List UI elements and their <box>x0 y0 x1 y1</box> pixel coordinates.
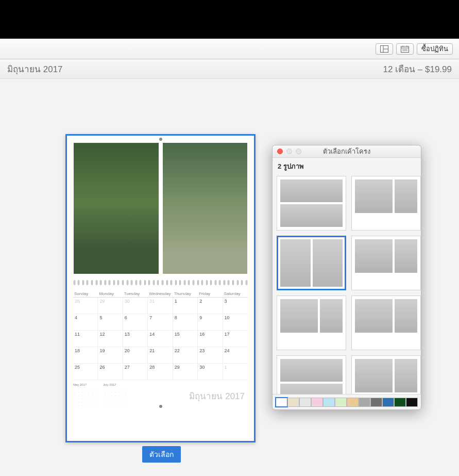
layout-template-4[interactable] <box>351 236 421 290</box>
calendar-cell[interactable]: 13 <box>123 331 148 347</box>
day-header: Sunday <box>73 290 98 297</box>
color-swatch[interactable] <box>311 398 323 407</box>
day-header: Saturday <box>223 290 248 297</box>
calendar-cell[interactable]: 16 <box>198 331 223 347</box>
calendar-settings-button[interactable] <box>396 43 414 55</box>
calendar-cell[interactable]: 15 <box>173 331 198 347</box>
calendar-cell[interactable]: 1 <box>223 364 248 380</box>
calendar-cell[interactable]: 26 <box>98 364 123 380</box>
calendar-dates-grid: 2829303112345678910111213141516171819202… <box>73 298 248 380</box>
layout-template-1[interactable] <box>277 176 346 231</box>
page-hole-bottom <box>159 405 162 408</box>
color-swatch[interactable] <box>394 398 406 407</box>
calendar-page-photos <box>67 136 254 279</box>
color-swatch[interactable] <box>406 398 418 407</box>
layout-options-panel: ตัวเลือกเค้าโครง 2 รูปภาพ <box>272 145 421 410</box>
calendar-cell[interactable]: 25 <box>73 364 98 380</box>
calendar-cell[interactable]: 9 <box>198 314 223 331</box>
info-bar: มิถุนายน 2017 12 เดือน – $19.99 <box>0 59 459 79</box>
calendar-cell[interactable]: 8 <box>173 314 198 331</box>
layout-template-2[interactable] <box>351 176 421 231</box>
calendar-cell[interactable]: 10 <box>223 314 248 331</box>
calendar-cell[interactable]: 2 <box>198 298 223 314</box>
layout-template-6[interactable] <box>351 296 421 350</box>
calendar-cell[interactable]: 30 <box>198 364 223 380</box>
color-swatch[interactable] <box>370 398 382 407</box>
panel-subtitle: 2 รูปภาพ <box>273 158 421 174</box>
calendar-cell[interactable]: 27 <box>123 364 148 380</box>
panel-title: ตัวเลือกเค้าโครง <box>273 146 421 157</box>
callout-pointer <box>359 14 360 39</box>
calendar-cell[interactable]: 4 <box>73 314 98 331</box>
calendar-photo-1[interactable] <box>74 143 159 274</box>
layout-template-7[interactable] <box>277 355 346 394</box>
calendar-cell[interactable]: 29 <box>173 364 198 380</box>
layout-icon <box>380 45 388 53</box>
calendar-cell[interactable]: 3 <box>223 298 248 314</box>
calendar-cell[interactable]: 1 <box>173 298 198 314</box>
color-swatch[interactable] <box>299 398 311 407</box>
current-month-title: มิถุนายน 2017 <box>7 62 63 76</box>
mini-month: May 2017································… <box>73 383 98 407</box>
calendar-cell[interactable]: 18 <box>73 347 98 364</box>
calendar-cell[interactable]: 31 <box>148 298 173 314</box>
calendar-icon <box>401 45 409 53</box>
calendar-month-big-label: มิถุนายน 2017 <box>189 389 245 403</box>
color-swatch[interactable] <box>335 398 347 407</box>
toolbar: ซื้อปฏิทิน <box>0 39 459 59</box>
page-hole-top <box>159 138 162 141</box>
calendar-cell[interactable]: 28 <box>73 298 98 314</box>
calendar-cell[interactable]: 30 <box>123 298 148 314</box>
color-swatch[interactable] <box>347 398 359 407</box>
buy-calendar-button[interactable]: ซื้อปฏิทิน <box>417 43 453 55</box>
calendar-cell[interactable]: 24 <box>223 347 248 364</box>
workspace: SundayMondayTuesdayWednesdayThursdayFrid… <box>0 79 459 476</box>
calendar-cell[interactable]: 22 <box>173 347 198 364</box>
day-header: Thursday <box>173 290 198 297</box>
layout-template-3[interactable] <box>277 236 346 290</box>
day-header: Monday <box>98 290 123 297</box>
layout-templates-grid <box>273 174 421 394</box>
calendar-cell[interactable]: 14 <box>148 331 173 347</box>
day-header: Friday <box>198 290 223 297</box>
color-swatch[interactable] <box>382 398 394 407</box>
price-label: 12 เดือน – $19.99 <box>383 62 452 76</box>
options-button[interactable]: ตัวเลือก <box>142 446 181 463</box>
color-swatch[interactable] <box>359 398 370 407</box>
color-swatch[interactable] <box>287 398 299 407</box>
calendar-cell[interactable]: 17 <box>223 331 248 347</box>
calendar-cell[interactable]: 6 <box>123 314 148 331</box>
calendar-cell[interactable]: 21 <box>148 347 173 364</box>
calendar-cell[interactable]: 29 <box>98 298 123 314</box>
background-color-picker <box>273 394 421 409</box>
calendar-page-preview[interactable]: SundayMondayTuesdayWednesdayThursdayFrid… <box>65 134 256 442</box>
calendar-cell[interactable]: 28 <box>148 364 173 380</box>
color-swatch[interactable] <box>323 398 335 407</box>
title-bar-placeholder <box>0 0 459 39</box>
panel-titlebar: ตัวเลือกเค้าโครง <box>273 145 421 158</box>
layout-template-8[interactable] <box>351 355 421 394</box>
mini-month: July 2017·······························… <box>103 383 128 407</box>
day-header: Wednesday <box>148 290 173 297</box>
calendar-day-headers: SundayMondayTuesdayWednesdayThursdayFrid… <box>73 290 248 298</box>
calendar-cell[interactable]: 5 <box>98 314 123 331</box>
calendar-cell[interactable]: 19 <box>98 347 123 364</box>
layout-template-5[interactable] <box>277 296 346 350</box>
calendar-cell[interactable]: 23 <box>198 347 223 364</box>
calendar-cell[interactable]: 11 <box>73 331 98 347</box>
color-swatch[interactable] <box>276 398 287 407</box>
day-header: Tuesday <box>123 290 148 297</box>
calendar-cell[interactable]: 20 <box>123 347 148 364</box>
layout-options-toolbar-button[interactable] <box>376 43 393 55</box>
calendar-page-grid: SundayMondayTuesdayWednesdayThursdayFrid… <box>67 286 254 410</box>
calendar-photo-2[interactable] <box>163 143 248 274</box>
calendar-cell[interactable]: 7 <box>148 314 173 331</box>
calendar-cell[interactable]: 12 <box>98 331 123 347</box>
spiral-binding <box>67 279 254 286</box>
